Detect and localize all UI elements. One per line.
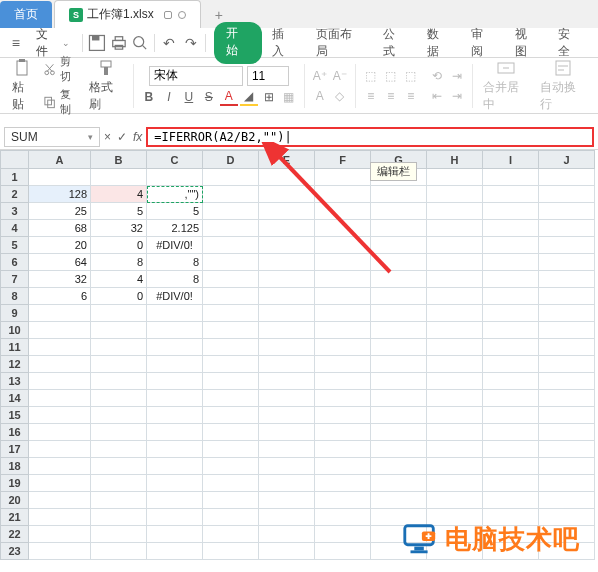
cell-A23[interactable] [29, 543, 91, 560]
cell-J8[interactable] [539, 288, 595, 305]
cell-H16[interactable] [427, 424, 483, 441]
cell-F22[interactable] [315, 526, 371, 543]
cell-A2[interactable]: 128 [29, 186, 91, 203]
cell-A21[interactable] [29, 509, 91, 526]
cell-D19[interactable] [203, 475, 259, 492]
row-header-14[interactable]: 14 [1, 390, 29, 407]
cell-E17[interactable] [259, 441, 315, 458]
cell-B16[interactable] [91, 424, 147, 441]
format-brush-button[interactable]: 格式刷 [85, 56, 127, 115]
cell-C12[interactable] [147, 356, 203, 373]
cell-I1[interactable] [483, 169, 539, 186]
row-header-8[interactable]: 8 [1, 288, 29, 305]
cell-I2[interactable] [483, 186, 539, 203]
cell-J19[interactable] [539, 475, 595, 492]
row-header-15[interactable]: 15 [1, 407, 29, 424]
cell-D10[interactable] [203, 322, 259, 339]
row-header-23[interactable]: 23 [1, 543, 29, 560]
cell-D16[interactable] [203, 424, 259, 441]
cell-E7[interactable] [259, 271, 315, 288]
cell-G7[interactable] [371, 271, 427, 288]
align-top-button[interactable]: ⬚ [362, 67, 380, 85]
cell-E23[interactable] [259, 543, 315, 560]
cell-I14[interactable] [483, 390, 539, 407]
cancel-formula-button[interactable]: × [104, 130, 111, 144]
cell-F12[interactable] [315, 356, 371, 373]
cell-C21[interactable] [147, 509, 203, 526]
row-header-9[interactable]: 9 [1, 305, 29, 322]
cell-I11[interactable] [483, 339, 539, 356]
row-header-20[interactable]: 20 [1, 492, 29, 509]
cell-F3[interactable] [315, 203, 371, 220]
cell-H1[interactable] [427, 169, 483, 186]
cell-I10[interactable] [483, 322, 539, 339]
cell-H12[interactable] [427, 356, 483, 373]
cell-E22[interactable] [259, 526, 315, 543]
cell-B5[interactable]: 0 [91, 237, 147, 254]
cell-B11[interactable] [91, 339, 147, 356]
cell-B23[interactable] [91, 543, 147, 560]
undo-icon[interactable]: ↶ [159, 33, 179, 53]
cell-F11[interactable] [315, 339, 371, 356]
cell-A20[interactable] [29, 492, 91, 509]
cell-H10[interactable] [427, 322, 483, 339]
paste-button[interactable]: 粘贴 [8, 56, 39, 115]
tab-minimize-icon[interactable] [164, 11, 172, 19]
cell-H5[interactable] [427, 237, 483, 254]
cell-A11[interactable] [29, 339, 91, 356]
cell-J14[interactable] [539, 390, 595, 407]
cell-style-button[interactable]: ▦ [280, 88, 298, 106]
cell-D7[interactable] [203, 271, 259, 288]
formula-input[interactable] [146, 127, 594, 147]
wrap-text-button[interactable]: 自动换行 [536, 56, 590, 115]
cell-E14[interactable] [259, 390, 315, 407]
cell-D5[interactable] [203, 237, 259, 254]
cell-A12[interactable] [29, 356, 91, 373]
row-header-19[interactable]: 19 [1, 475, 29, 492]
cell-F17[interactable] [315, 441, 371, 458]
cell-J4[interactable] [539, 220, 595, 237]
cell-G4[interactable] [371, 220, 427, 237]
cell-D6[interactable] [203, 254, 259, 271]
cell-J16[interactable] [539, 424, 595, 441]
font-size-select[interactable] [247, 66, 289, 86]
cell-J7[interactable] [539, 271, 595, 288]
cell-B21[interactable] [91, 509, 147, 526]
cell-C19[interactable] [147, 475, 203, 492]
cell-C7[interactable]: 8 [147, 271, 203, 288]
cell-G10[interactable] [371, 322, 427, 339]
cell-I18[interactable] [483, 458, 539, 475]
preview-icon[interactable] [130, 33, 150, 53]
cell-E9[interactable] [259, 305, 315, 322]
cell-A17[interactable] [29, 441, 91, 458]
cell-B4[interactable]: 32 [91, 220, 147, 237]
cell-H9[interactable] [427, 305, 483, 322]
cell-D22[interactable] [203, 526, 259, 543]
increase-indent-button[interactable]: ⇥ [448, 87, 466, 105]
cell-C10[interactable] [147, 322, 203, 339]
col-header-A[interactable]: A [29, 151, 91, 169]
cell-E2[interactable] [259, 186, 315, 203]
cell-B7[interactable]: 4 [91, 271, 147, 288]
cell-B17[interactable] [91, 441, 147, 458]
cell-D21[interactable] [203, 509, 259, 526]
cell-H17[interactable] [427, 441, 483, 458]
cell-J11[interactable] [539, 339, 595, 356]
col-header-I[interactable]: I [483, 151, 539, 169]
border-button[interactable]: ⊞ [260, 88, 278, 106]
cell-J6[interactable] [539, 254, 595, 271]
cell-A16[interactable] [29, 424, 91, 441]
cell-B19[interactable] [91, 475, 147, 492]
cell-D18[interactable] [203, 458, 259, 475]
cell-J1[interactable] [539, 169, 595, 186]
cell-E20[interactable] [259, 492, 315, 509]
cell-E18[interactable] [259, 458, 315, 475]
cell-C18[interactable] [147, 458, 203, 475]
cell-C5[interactable]: #DIV/0! [147, 237, 203, 254]
cell-H8[interactable] [427, 288, 483, 305]
cell-G6[interactable] [371, 254, 427, 271]
cell-G20[interactable] [371, 492, 427, 509]
cell-C11[interactable] [147, 339, 203, 356]
cell-G8[interactable] [371, 288, 427, 305]
cell-I19[interactable] [483, 475, 539, 492]
